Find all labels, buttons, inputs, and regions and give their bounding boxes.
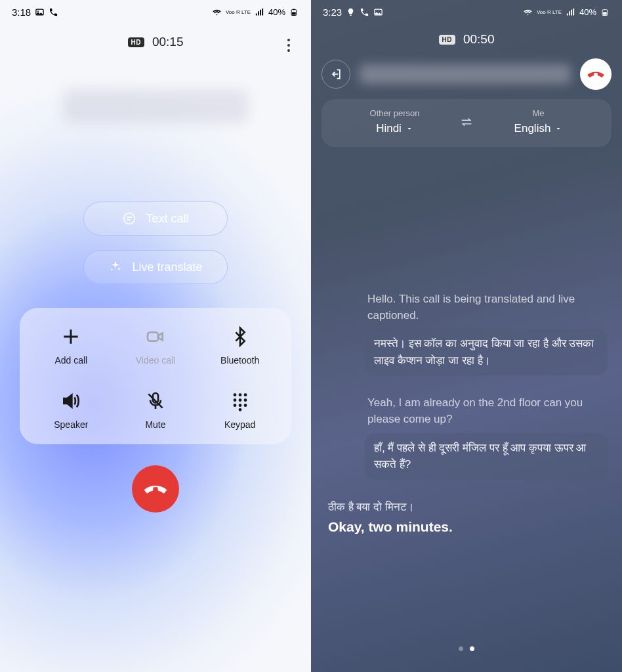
live-translate-button[interactable]: Live translate (83, 250, 228, 284)
sparkle-icon (108, 260, 123, 274)
translate-top-bar (321, 58, 612, 90)
mute-label: Mute (145, 419, 165, 430)
svg-point-12 (238, 398, 241, 402)
svg-point-10 (243, 393, 247, 396)
text-call-button[interactable]: Text call (83, 201, 228, 236)
video-call-label: Video call (136, 355, 175, 366)
svg-rect-3 (293, 9, 295, 10)
my-language-selector[interactable]: Me English (477, 108, 600, 135)
language-panel: Other person Hindi Me English (321, 99, 612, 147)
more-menu-button[interactable] (283, 35, 294, 56)
swap-languages-button[interactable] (456, 115, 477, 129)
svg-rect-6 (148, 332, 158, 341)
call-screen: 3:18 Voo R LTE 40% HD 00:15 Text call Li… (0, 0, 311, 672)
conversation: Hello. This call is being translated and… (311, 147, 622, 535)
svg-rect-20 (603, 12, 607, 15)
bluetooth-button[interactable]: Bluetooth (197, 325, 282, 366)
speaker-icon (59, 389, 83, 413)
message-translated: Okay, two minutes. (328, 519, 453, 535)
status-bar: 3:23 Voo R LTE 40% (311, 0, 622, 20)
swap-icon (459, 115, 474, 129)
page-indicator[interactable] (311, 646, 622, 651)
svg-point-14 (233, 404, 236, 407)
svg-point-17 (238, 408, 241, 411)
message-translated: हाँ, मैं पहले से ही दूसरी मंजिल पर हूँ आ… (365, 433, 608, 480)
svg-point-1 (37, 10, 39, 12)
chevron-down-icon (405, 125, 413, 133)
signal-icon (255, 7, 264, 17)
exit-icon (329, 68, 342, 81)
mute-icon (144, 389, 167, 413)
page-dot-active (470, 646, 474, 651)
keypad-button[interactable]: Keypad (197, 389, 282, 430)
mute-button[interactable]: Mute (114, 389, 198, 430)
image-icon (373, 7, 383, 17)
status-bar: 3:18 Voo R LTE 40% (0, 0, 311, 20)
video-call-button[interactable]: Video call (114, 325, 198, 366)
status-lte: Voo R LTE (537, 10, 562, 15)
speaker-button[interactable]: Speaker (29, 389, 114, 430)
svg-point-13 (243, 398, 247, 402)
call-header: HD 00:50 (311, 20, 622, 54)
contact-name-blurred (64, 90, 247, 123)
image-icon (35, 7, 45, 17)
hd-badge: HD (128, 37, 144, 47)
my-language-value: English (514, 122, 551, 135)
status-battery: 40% (268, 7, 285, 17)
bulb-icon (346, 7, 356, 17)
svg-point-8 (233, 393, 236, 396)
page-dot (459, 646, 463, 651)
battery-icon (289, 7, 299, 17)
call-header: HD 00:15 (0, 20, 311, 64)
hd-badge: HD (439, 35, 455, 45)
svg-point-15 (238, 404, 241, 407)
contact-name-blurred (360, 64, 571, 84)
add-call-label: Add call (54, 355, 87, 366)
signal-icon (566, 7, 575, 17)
svg-point-16 (243, 404, 247, 407)
add-call-button[interactable]: Add call (29, 325, 114, 366)
message-original: Yeah, I am already on the 2nd floor can … (365, 395, 608, 432)
battery-icon (600, 7, 610, 17)
chevron-down-icon (554, 125, 562, 133)
hangup-icon (143, 476, 168, 501)
hangup-icon (587, 65, 605, 83)
svg-rect-4 (292, 12, 296, 15)
translate-screen: 3:23 Voo R LTE 40% HD 00:50 Other person (311, 0, 622, 672)
call-timer: 00:50 (463, 32, 495, 47)
status-time: 3:18 (12, 7, 31, 18)
my-language-label: Me (532, 108, 544, 118)
svg-point-5 (124, 213, 135, 224)
svg-point-9 (238, 393, 241, 396)
end-call-button[interactable] (580, 58, 612, 90)
other-language-value: Hindi (376, 122, 402, 135)
keypad-label: Keypad (224, 419, 255, 430)
message-original: Hello. This call is being translated and… (365, 291, 608, 329)
wifi-icon (523, 7, 533, 17)
incoming-message: Yeah, I am already on the 2nd floor can … (365, 395, 608, 479)
call-timer: 00:15 (152, 35, 184, 49)
phone-icon (49, 7, 58, 17)
message-original: ठीक है बया दो मिनट। (328, 499, 453, 520)
end-call-button[interactable] (132, 465, 179, 513)
status-lte: Voo R LTE (226, 10, 251, 15)
other-language-selector[interactable]: Other person Hindi (333, 108, 456, 135)
plus-icon (59, 325, 83, 348)
keypad-icon (228, 389, 252, 413)
speaker-label: Speaker (54, 419, 88, 430)
video-icon (144, 325, 167, 348)
message-translated: नमस्ते। इस कॉल का अनुवाद किया जा रहा है … (365, 329, 608, 375)
other-language-label: Other person (370, 108, 420, 118)
chat-icon (122, 211, 136, 226)
status-battery: 40% (579, 7, 596, 17)
phone-icon (360, 7, 369, 17)
live-translate-label: Live translate (132, 261, 202, 274)
collapse-button[interactable] (321, 60, 350, 89)
actions-tray: Add call Video call Bluetooth Speaker Mu… (20, 308, 291, 444)
bluetooth-icon (228, 325, 252, 348)
outgoing-message: ठीक है बया दो मिनट। Okay, two minutes. (325, 499, 453, 536)
wifi-icon (212, 7, 222, 17)
incoming-message: Hello. This call is being translated and… (365, 291, 608, 375)
svg-point-11 (233, 398, 236, 402)
status-time: 3:23 (323, 7, 342, 18)
